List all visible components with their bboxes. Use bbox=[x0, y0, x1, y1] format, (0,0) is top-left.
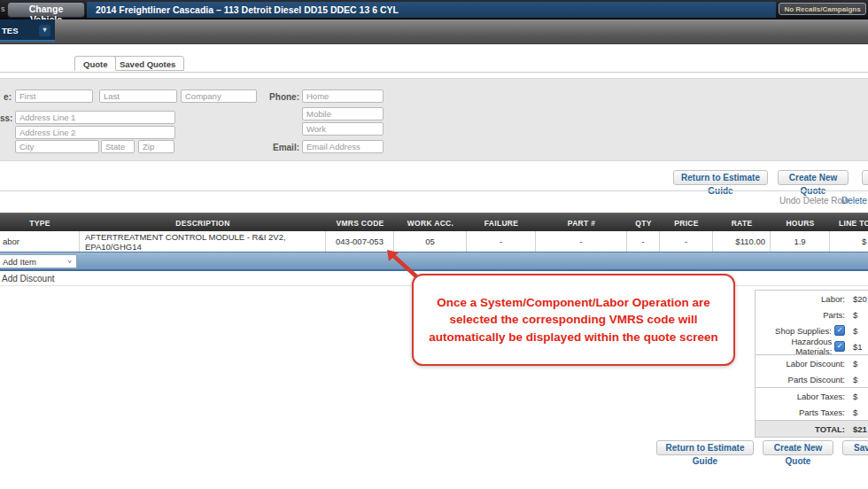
tab-quote[interactable]: Quote bbox=[74, 56, 116, 71]
cell-part-number: - bbox=[536, 231, 627, 252]
cell-hours: 1.9 bbox=[771, 231, 830, 252]
parts-taxes-label: Parts Taxes: bbox=[756, 408, 847, 417]
shop-supplies-value: $ bbox=[847, 326, 868, 336]
undo-delete-row-link[interactable]: Undo Delete Row bbox=[779, 196, 849, 206]
no-recalls-campaigns-button[interactable]: No Recalls/Campaigns bbox=[779, 3, 866, 15]
total-value: $21 bbox=[847, 424, 868, 434]
parts-discount-label: Parts Discount: bbox=[756, 375, 847, 384]
parts-discount-value: $ bbox=[847, 375, 868, 384]
cell-qty: - bbox=[627, 231, 660, 252]
col-vmrs-code: VMRS CODE bbox=[326, 213, 394, 232]
change-vehicle-button[interactable]: Change Vehicle bbox=[7, 2, 85, 18]
checkbox-checked-icon[interactable]: ✓ bbox=[834, 341, 845, 352]
col-type: TYPE bbox=[0, 213, 80, 232]
callout-arrow-icon bbox=[377, 243, 422, 280]
summary-row-total: TOTAL: $21 bbox=[756, 420, 868, 437]
chevron-down-icon: ˅ bbox=[67, 258, 72, 266]
clipped-button-top[interactable] bbox=[862, 170, 868, 185]
summary-row-labor-taxes: Labor Taxes: $ bbox=[756, 387, 868, 404]
summary-row-labor-discount: Labor Discount: $ bbox=[756, 354, 868, 371]
labor-taxes-label: Labor Taxes: bbox=[756, 392, 847, 401]
return-to-estimate-guide-button-bottom[interactable]: Return to Estimate Guide bbox=[656, 440, 754, 455]
labor-label: Labor: bbox=[756, 294, 847, 304]
labor-value: $20 bbox=[847, 294, 868, 304]
name-label: e: bbox=[0, 92, 12, 102]
labor-discount-value: $ bbox=[847, 359, 868, 369]
state-field[interactable] bbox=[101, 140, 135, 153]
delete-all-link[interactable]: Delete A bbox=[841, 196, 868, 206]
col-rate: RATE bbox=[713, 213, 771, 232]
divider bbox=[0, 190, 868, 191]
address-label: ss: bbox=[0, 113, 12, 123]
checkbox-checked-icon[interactable]: ✓ bbox=[834, 325, 845, 336]
cell-price: - bbox=[660, 231, 713, 252]
first-name-field[interactable] bbox=[15, 89, 93, 103]
work-phone-field[interactable] bbox=[302, 122, 384, 136]
col-part-number: PART # bbox=[536, 213, 627, 232]
cell-type: abor bbox=[0, 231, 80, 252]
parts-taxes-value: $ bbox=[847, 408, 868, 417]
add-item-select[interactable]: Add Item ˅ bbox=[0, 254, 77, 268]
labor-discount-label: Labor Discount: bbox=[756, 359, 847, 369]
return-to-estimate-guide-button-top[interactable]: Return to Estimate Guide bbox=[673, 170, 768, 185]
hazardous-materials-value: $1 bbox=[847, 342, 868, 352]
annotation-callout: Once a System/Component/Labor Operation … bbox=[412, 274, 735, 366]
quote-table-header: TYPE DESCRIPTION VMRS CODE WORK ACC. FAI… bbox=[0, 213, 868, 232]
parts-value: $ bbox=[847, 310, 868, 320]
vehicle-title: 2014 Freightliner Cascadia – 113 Detroit… bbox=[87, 2, 776, 18]
company-field[interactable] bbox=[181, 89, 257, 103]
add-discount-link[interactable]: Add Discount bbox=[2, 274, 54, 283]
col-hours: HOURS bbox=[771, 213, 830, 232]
col-qty: QTY bbox=[627, 213, 660, 232]
total-label: TOTAL: bbox=[756, 424, 847, 434]
summary-row-parts-taxes: Parts Taxes: $ bbox=[756, 404, 868, 420]
home-phone-field[interactable] bbox=[302, 89, 384, 103]
quotes-nav-label: TES bbox=[2, 26, 18, 35]
chevron-down-icon[interactable]: ▾ bbox=[39, 25, 50, 36]
cell-rate: $110.00 bbox=[713, 231, 771, 252]
hazardous-materials-label: Hazardous Materials: bbox=[756, 337, 832, 356]
shop-supplies-label: Shop Supplies: bbox=[775, 326, 832, 336]
parts-label: Parts: bbox=[756, 310, 847, 320]
col-line-total: LINE TO bbox=[830, 213, 868, 232]
customer-form-panel: e: ss: Phone: Email: bbox=[0, 78, 868, 161]
totals-summary-panel: Labor: $20 Parts: $ Shop Supplies: ✓ $ H… bbox=[755, 290, 868, 438]
mobile-phone-field[interactable] bbox=[302, 107, 384, 120]
partial-nav-text: s bbox=[1, 4, 5, 13]
email-label: Email: bbox=[229, 143, 299, 152]
nav-bar: TES ▾ bbox=[0, 19, 868, 44]
summary-row-labor: Labor: $20 bbox=[756, 291, 868, 307]
summary-row-parts: Parts: $ bbox=[756, 307, 868, 322]
annotation-text: Once a System/Component/Labor Operation … bbox=[414, 294, 733, 346]
col-description: DESCRIPTION bbox=[80, 213, 326, 232]
cell-line-total: $ bbox=[830, 231, 868, 252]
summary-row-parts-discount: Parts Discount: $ bbox=[756, 371, 868, 387]
top-bar: s Change Vehicle 2014 Freightliner Casca… bbox=[0, 0, 868, 19]
city-field[interactable] bbox=[15, 140, 99, 153]
col-price: PRICE bbox=[660, 213, 713, 232]
tab-saved-quotes[interactable]: Saved Quotes bbox=[111, 56, 184, 71]
quote-tabstrip: Quote Saved Quotes bbox=[0, 56, 868, 73]
quote-screen: s Change Vehicle 2014 Freightliner Casca… bbox=[0, 0, 868, 489]
zip-field[interactable] bbox=[138, 140, 174, 153]
add-item-label: Add Item bbox=[3, 257, 36, 267]
quote-table-row: abor AFTERTREATMENT CONTROL MODULE - R&I… bbox=[0, 231, 868, 252]
create-new-quote-button-bottom[interactable]: Create New Quote bbox=[763, 440, 833, 455]
email-field[interactable] bbox=[302, 140, 384, 153]
address-line2-field[interactable] bbox=[15, 126, 175, 139]
last-name-field[interactable] bbox=[99, 89, 177, 103]
cell-description: AFTERTREATMENT CONTROL MODULE - R&I 2V2,… bbox=[80, 231, 326, 252]
labor-taxes-value: $ bbox=[847, 392, 868, 401]
create-new-quote-button-top[interactable]: Create New Quote bbox=[778, 170, 849, 185]
quotes-nav-tab[interactable]: TES ▾ bbox=[0, 19, 55, 42]
col-failure: FAILURE bbox=[467, 213, 536, 232]
address-line1-field[interactable] bbox=[15, 111, 175, 124]
add-item-bar: Add Item ˅ bbox=[0, 252, 868, 271]
save-quote-button[interactable]: Save bbox=[842, 440, 868, 455]
col-work-acc: WORK ACC. bbox=[394, 213, 467, 232]
cell-failure: - bbox=[467, 231, 536, 252]
summary-row-hazardous-materials: Hazardous Materials: ✓ $1 bbox=[756, 338, 868, 354]
